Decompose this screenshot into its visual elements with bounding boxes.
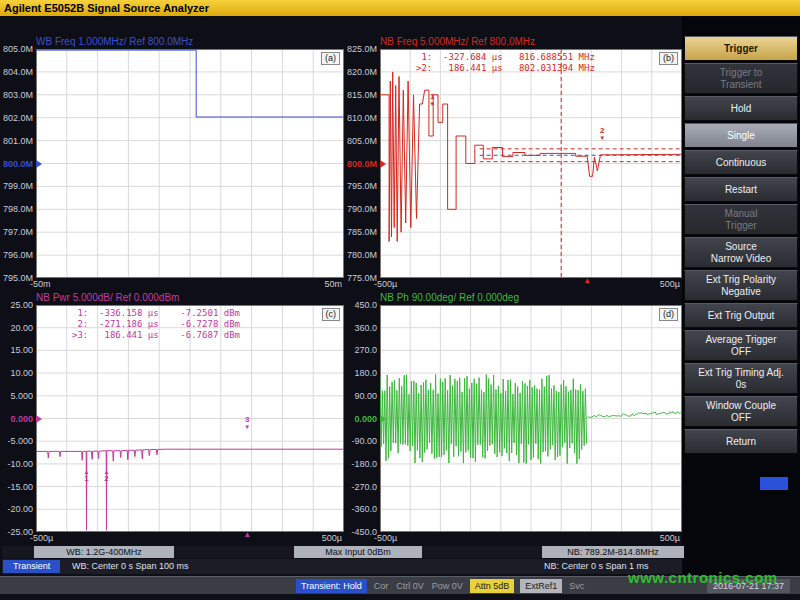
y-axis-label: -20.00 bbox=[7, 504, 33, 514]
y-axis-label: 795.0M bbox=[347, 181, 377, 191]
x-axis-label-right: 50m bbox=[324, 279, 342, 289]
status-token-ctrl-0v: Ctrl 0V bbox=[395, 579, 425, 593]
y-axis-label: 785.0M bbox=[347, 227, 377, 237]
softkey-exttrigtimingadj-0s[interactable]: Ext Trig Timing Adj.0s bbox=[684, 363, 798, 394]
ref-level-marker bbox=[36, 160, 42, 168]
y-axis-label: 805.0M bbox=[3, 44, 33, 54]
status-token-svc: Svc bbox=[568, 579, 585, 593]
softkey-triggerto-transient: Trigger toTransient bbox=[684, 63, 798, 94]
softkey-restart[interactable]: Restart bbox=[684, 177, 798, 202]
marker-flag: 2▼ bbox=[599, 127, 605, 141]
softkey-windowcouple-off[interactable]: Window CoupleOFF bbox=[684, 396, 798, 427]
chart-title: NB Freq 5.000MHz/ Ref 800.0MHz bbox=[380, 36, 535, 49]
y-axis-label: 15.00 bbox=[10, 345, 33, 355]
softkey-trigger: Trigger bbox=[684, 36, 798, 61]
max-input-label: Max Input 0dBm bbox=[294, 546, 422, 558]
status-token-cor: Cor bbox=[373, 579, 390, 593]
x-axis: -500µ500µ bbox=[346, 532, 682, 544]
chart-svg bbox=[380, 49, 682, 278]
ref-level-marker bbox=[380, 160, 386, 168]
watermark: www.cntronics.com bbox=[628, 569, 778, 586]
status-token-attn-5db: Attn 5dB bbox=[470, 579, 515, 593]
marker-flag: ▲2 bbox=[104, 469, 110, 483]
wb-range-label: WB: 1.2G-400MHz bbox=[34, 546, 174, 558]
y-axis-label: 90.00 bbox=[354, 391, 377, 401]
panel-letter: (b) bbox=[659, 52, 678, 65]
grid-lines bbox=[36, 49, 344, 278]
softkey-single[interactable]: Single bbox=[684, 123, 798, 148]
nb-ph-oscillation bbox=[380, 375, 587, 464]
sidebar-indicator bbox=[760, 477, 788, 490]
y-axis: 825.0M820.0M815.0M810.0M805.0M800.0M795.… bbox=[346, 49, 380, 278]
plot-area: (d) bbox=[380, 305, 682, 532]
mode-badge: Transient bbox=[3, 560, 60, 573]
marker-flag: 3▼ bbox=[244, 416, 250, 430]
chart-svg bbox=[380, 305, 682, 532]
y-axis-label: 796.0M bbox=[3, 250, 33, 260]
chart-panel-a: WB Freq 1.000MHz/ Ref 800.0MHz805.0M804.… bbox=[2, 36, 344, 290]
y-axis-label: 0.000 bbox=[354, 414, 377, 424]
chart-panel-b: NB Freq 5.000MHz/ Ref 800.0MHz825.0M820.… bbox=[346, 36, 682, 290]
y-axis-label: 802.0M bbox=[3, 113, 33, 123]
range-status-bar: WB: 1.2G-400MHz Max Input 0dBm NB: 789.2… bbox=[2, 546, 682, 558]
y-axis: 805.0M804.0M803.0M802.0M801.0M800.0M799.… bbox=[2, 49, 36, 278]
marker-readout: 1: -327.684 µs 816.688551 MHz >2: 186.44… bbox=[416, 52, 595, 74]
y-axis-label: 810.0M bbox=[347, 113, 377, 123]
nb-ph-settled bbox=[587, 412, 681, 418]
softkey-exttrigpolarity-negative[interactable]: Ext Trig PolarityNegative bbox=[684, 270, 798, 301]
y-axis-label: 800.0M bbox=[347, 159, 377, 169]
x-axis-marker: ▲ bbox=[243, 530, 251, 540]
y-axis-label: -5.000 bbox=[7, 436, 33, 446]
chart-panel-d: NB Ph 90.00deg/ Ref 0.000deg450.0360.027… bbox=[346, 292, 682, 544]
chart-header: NB Ph 90.00deg/ Ref 0.000deg bbox=[346, 292, 682, 305]
status-tokens: Transient: HoldCorCtrl 0VPow 0VAttn 5dBE… bbox=[296, 577, 585, 595]
grid-lines bbox=[380, 49, 682, 278]
y-axis-label: 790.0M bbox=[347, 204, 377, 214]
y-axis-label: 803.0M bbox=[3, 90, 33, 100]
x-axis-marker: ▲ bbox=[583, 276, 591, 286]
chart-svg bbox=[36, 49, 344, 278]
y-axis-label: -10.00 bbox=[7, 459, 33, 469]
y-axis-label: 797.0M bbox=[3, 227, 33, 237]
x-axis: -500µ500µ▲ bbox=[2, 532, 344, 544]
softkey-exttrigoutput[interactable]: Ext Trig Output bbox=[684, 303, 798, 328]
chart-header: NB Freq 5.000MHz/ Ref 800.0MHz bbox=[346, 36, 682, 49]
y-axis-label: 5.000 bbox=[10, 391, 33, 401]
softkey-hold[interactable]: Hold bbox=[684, 96, 798, 121]
status-token-pow-0v: Pow 0V bbox=[431, 579, 464, 593]
y-axis-label: 270.0 bbox=[354, 345, 377, 355]
x-axis-label-left: -50m bbox=[30, 279, 51, 289]
softkey-manual-trigger: ManualTrigger bbox=[684, 204, 798, 235]
plot-area: (b) 1: -327.684 µs 816.688551 MHz >2: 18… bbox=[380, 49, 682, 278]
window-title: Agilent E5052B Signal Source Analyzer bbox=[0, 0, 800, 16]
x-axis-label-left: -500µ bbox=[30, 533, 53, 543]
y-axis-label: 800.0M bbox=[3, 159, 33, 169]
marker-flag: 1▼ bbox=[429, 93, 435, 107]
softkey-continuous[interactable]: Continuous bbox=[684, 150, 798, 175]
y-axis-label: 799.0M bbox=[3, 181, 33, 191]
y-axis-label: 360.0 bbox=[354, 323, 377, 333]
panel-letter: (c) bbox=[322, 308, 341, 321]
chart-header: WB Freq 1.000MHz/ Ref 800.0MHz bbox=[2, 36, 344, 49]
y-axis: 450.0360.0270.0180.090.000.000-90.00-180… bbox=[346, 305, 380, 532]
panel-letter: (d) bbox=[659, 308, 678, 321]
y-axis-label: -90.00 bbox=[351, 436, 377, 446]
analyzer-screen: Agilent E5052B Signal Source Analyzer Re… bbox=[0, 0, 800, 600]
y-axis-label: 798.0M bbox=[3, 204, 33, 214]
chart-body: 805.0M804.0M803.0M802.0M801.0M800.0M799.… bbox=[2, 49, 344, 278]
y-axis-label: -15.00 bbox=[7, 482, 33, 492]
y-axis-label: 180.0 bbox=[354, 368, 377, 378]
nb-range-label: NB: 789.2M-814.8MHz bbox=[542, 546, 684, 558]
ref-level-marker bbox=[380, 415, 386, 423]
plot-area: (c) 1: -336.158 µs -7.2501 dBm 2: -271.1… bbox=[36, 305, 344, 532]
status-token-extref1: ExtRef1 bbox=[520, 579, 562, 593]
y-axis-label: 804.0M bbox=[3, 67, 33, 77]
softkey-return[interactable]: Return bbox=[684, 429, 798, 454]
chart-body: 25.0020.0015.0010.005.0000.000-5.000-10.… bbox=[2, 305, 344, 532]
y-axis: 25.0020.0015.0010.005.0000.000-5.000-10.… bbox=[2, 305, 36, 532]
chart-title: WB Freq 1.000MHz/ Ref 800.0MHz bbox=[36, 36, 193, 49]
softkey-averagetrigger-off[interactable]: Average TriggerOFF bbox=[684, 330, 798, 361]
plot-area: (a) bbox=[36, 49, 344, 278]
y-axis-label: -360.0 bbox=[351, 504, 377, 514]
softkey-source-narrowvideo[interactable]: SourceNarrow Video bbox=[684, 237, 798, 268]
